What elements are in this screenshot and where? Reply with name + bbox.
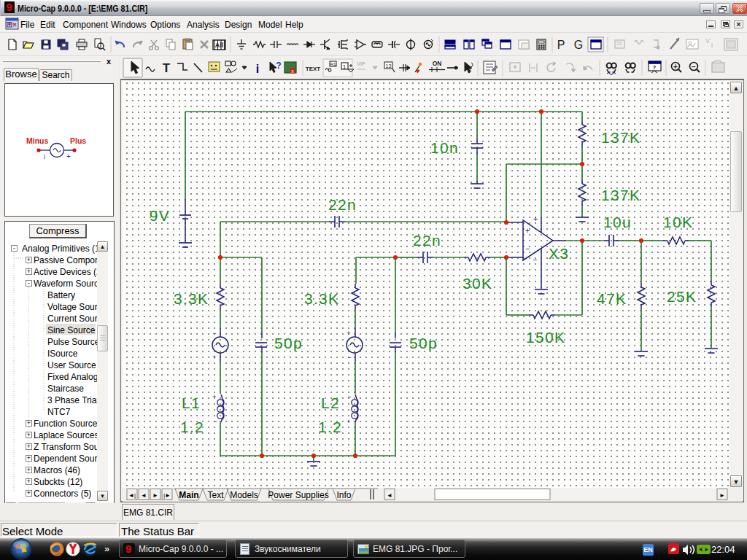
svg-text:+: + — [347, 418, 350, 425]
svg-text:Text: Text — [207, 490, 224, 500]
svg-text:−: − — [213, 418, 217, 425]
svg-text:47K: 47K — [597, 290, 627, 307]
svg-text:i: i — [256, 63, 259, 75]
svg-text:3.3K: 3.3K — [174, 290, 209, 307]
svg-text:L1: L1 — [182, 394, 201, 411]
svg-text:R1: R1 — [330, 62, 336, 66]
svg-text:VIP: VIP — [357, 61, 365, 66]
svg-text:22n: 22n — [328, 196, 357, 213]
svg-text:V: V — [705, 37, 710, 44]
svg-text:Models: Models — [230, 490, 258, 500]
svg-text:◄: ◄ — [387, 492, 392, 499]
svg-text:►: ► — [719, 492, 725, 499]
svg-text:+: + — [66, 152, 71, 160]
svg-text:3.3K: 3.3K — [304, 290, 339, 307]
svg-text:−: − — [347, 393, 351, 400]
svg-text:?: ? — [653, 64, 657, 71]
svg-text:1.2: 1.2 — [180, 419, 204, 435]
svg-text:+: + — [212, 354, 216, 361]
svg-text:◄|: ◄| — [128, 492, 136, 499]
svg-text:I: I — [711, 42, 713, 49]
svg-text:?: ? — [276, 61, 281, 71]
svg-text:50p: 50p — [274, 335, 303, 351]
svg-text:»: » — [104, 543, 109, 554]
svg-text:T: T — [163, 61, 171, 75]
svg-text:+: + — [347, 330, 350, 337]
svg-text:All: All — [215, 42, 224, 49]
svg-text:Main: Main — [179, 490, 198, 500]
svg-text:150K: 150K — [526, 329, 565, 346]
svg-text:10K: 10K — [663, 214, 693, 230]
svg-text:9V: 9V — [150, 207, 170, 224]
svg-text:−: − — [533, 255, 537, 264]
svg-text:L2: L2 — [321, 394, 340, 411]
svg-text:1.2: 1.2 — [318, 419, 342, 435]
svg-text:Minus: Minus — [26, 136, 48, 145]
svg-text:+: + — [673, 63, 678, 71]
svg-text:x: x — [291, 69, 294, 74]
svg-text:+: + — [533, 214, 538, 223]
svg-text:+: + — [525, 226, 530, 235]
svg-text:30K: 30K — [462, 275, 492, 292]
svg-text:Info: Info — [336, 490, 351, 500]
svg-text:1: 1 — [343, 63, 347, 70]
svg-text:−: − — [525, 244, 530, 253]
svg-text:Plus: Plus — [70, 136, 86, 145]
svg-text:ON: ON — [433, 60, 442, 67]
svg-text:P: P — [557, 39, 565, 51]
svg-text:137K: 137K — [601, 187, 640, 203]
svg-text:+: + — [212, 393, 216, 400]
svg-text:−: − — [212, 330, 216, 337]
svg-text:i: i — [44, 153, 45, 160]
svg-text:25K: 25K — [667, 288, 697, 305]
svg-text:|►: |► — [163, 492, 171, 499]
svg-text:−: − — [692, 63, 696, 71]
svg-text:Power Supplies: Power Supplies — [268, 490, 328, 500]
svg-text:◄: ◄ — [141, 492, 147, 499]
svg-text:13: 13 — [386, 63, 392, 69]
svg-text:►: ► — [152, 492, 158, 499]
svg-text:22n: 22n — [413, 232, 441, 249]
svg-text:10n: 10n — [430, 139, 459, 156]
svg-text:137K: 137K — [601, 129, 640, 146]
svg-text:TEXT: TEXT — [306, 66, 321, 72]
svg-text:X3: X3 — [549, 245, 569, 262]
svg-text:50p: 50p — [409, 335, 438, 351]
svg-text:10u: 10u — [603, 214, 632, 230]
svg-text:−: − — [347, 354, 351, 361]
svg-text:G: G — [574, 39, 583, 51]
